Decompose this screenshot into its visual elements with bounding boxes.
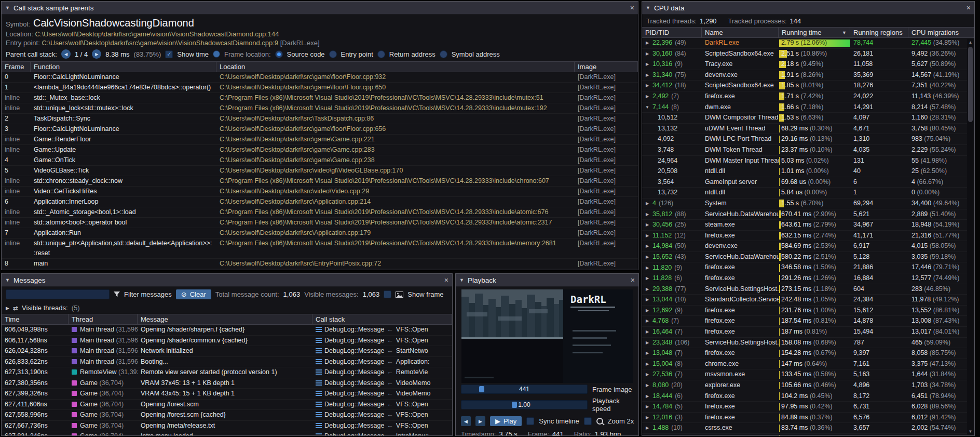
show-frame-checkbox[interactable] [384,290,391,298]
callstack-icon[interactable] [316,327,322,333]
callstack-icon[interactable] [316,412,322,418]
cpu-row[interactable]: ▶31,340(75)devenv.exe1.91 s (8.26%)35,36… [642,70,974,81]
prev-parent-button[interactable]: ◀ [61,49,71,59]
cpu-row[interactable]: ▶4,768(7)firefox.exe187.54 ms (0.81%)14,… [642,316,974,327]
cpu-row[interactable]: ▶22,396(49)DarkRL.exe2.79 s (12.06%)78,7… [642,38,974,49]
expand-arrow-icon[interactable]: ▶ [645,241,650,251]
expand-arrow-icon[interactable]: ▶ [645,327,650,337]
col-message[interactable]: Message [138,314,312,324]
callstack-row[interactable]: 6Application::InnerLoopC:\Users\wolf\Des… [2,197,638,207]
cpu-row[interactable]: 24,964DWM Master Input Thread5.03 ms (0.… [642,156,974,167]
col-cpu-migrations[interactable]: CPU migrations [908,28,974,37]
expand-arrow-icon[interactable]: ▶ [6,306,9,311]
message-callstack-cell[interactable]: DebugLog::Message←IntroMenu:: [312,431,452,435]
callstack-row[interactable]: inlinestd::atomic<bool>::operator boolC:… [2,218,638,228]
cpu-row[interactable]: ▶13,044(10)StandardCollector.Service.exe… [642,295,974,306]
callstack-row[interactable]: inlineinvoke_maind:\agent\_work\63\s\src… [2,269,638,270]
expand-arrow-icon[interactable]: ▶ [645,252,650,262]
message-callstack-cell[interactable]: DebugLog::Message←Application: [312,357,452,367]
show-frame-label[interactable]: Show frame [407,290,443,298]
cpu-row[interactable]: ▶11,152(12)firefox.exe632.15 ms (2.74%)4… [642,231,974,242]
cpu-row[interactable]: ▶30,160(84)ScriptedSandbox64.exe2.51 s (… [642,49,974,60]
cpu-row[interactable]: ▶14,984(50)devenv.exe584.69 ms (2.53%)6,… [642,241,974,252]
radio-return-address[interactable] [377,50,385,58]
cpu-row[interactable]: ▶34,412(18)ScriptedSandbox64.exe1.85 s (… [642,81,974,91]
cpu-row[interactable]: ▶12,692(9)firefox.exe231.76 ms (1.00%)15… [642,306,974,316]
cpu-row[interactable]: 20,508ntdll.dll1.01 ms (0.00%)4025 (62.5… [642,166,974,177]
message-callstack-cell[interactable]: DebugLog::Message←VFS::Open [312,400,452,410]
message-callstack-cell[interactable]: DebugLog::Message←VFS::Open [312,325,452,335]
cpu-row[interactable]: ▼7,144(8)dwm.exe1.66 s (7.18%)14,2918,21… [642,102,974,113]
callstack-row[interactable]: inlinestd::chrono::steady_clock::nowC:\P… [2,176,638,187]
message-row[interactable]: 606,117,568nsMain thread (31,596)Opening… [2,336,452,347]
expand-arrow-icon[interactable]: ▶ [645,434,650,435]
callstack-row[interactable]: 8mainC:\Users\wolf\Desktop\darkrl\src\En… [2,259,638,269]
cpu-row[interactable]: ▶15,652(43)ServiceHub.DataWarehouseHost.… [642,252,974,263]
callstack-row[interactable]: inlinestd::_Atomic_storage<bool,1>::load… [2,207,638,218]
col-image[interactable]: Image [575,62,638,72]
cpu-row[interactable]: ▶23,348(106)ServiceHub.SettingsHost.exe1… [642,338,974,349]
close-icon[interactable]: × [631,276,635,284]
message-row[interactable]: 627,399,326nsGame (36,704)VRAM 43x45: 15… [2,389,452,400]
cpu-row[interactable]: ▶16,464(7)firefox.exe187 ms (0.81%)15,49… [642,327,974,338]
message-callstack-cell[interactable]: DebugLog::Message←VideoMemo [312,389,452,399]
zoom-2x-label[interactable]: Zoom 2x [608,417,634,425]
cpu-row[interactable]: 13,132uDWM Event Thread68.29 ms (0.30%)4… [642,124,974,135]
callstack-row[interactable]: 0Floor::CalcLightNoLuminanceC:\Users\wol… [2,72,638,83]
expand-arrow-icon[interactable]: ▶ [645,49,650,59]
expand-arrow-icon[interactable]: ▶ [645,338,650,348]
message-filter-input[interactable] [6,289,110,299]
expand-arrow-icon[interactable]: ▶ [645,91,650,102]
cpu-row[interactable]: 3,748DWM Token Thread23.37 ms (0.10%)4,0… [642,145,974,156]
cpu-row[interactable]: ▶18,444(6)firefox.exe104.2 ms (0.45%)8,1… [642,391,974,402]
callstack-row[interactable]: 5VideoGLBase::TickC:\Users\wolf\Desktop\… [2,166,638,176]
expand-arrow-icon[interactable]: ▶ [645,413,650,423]
radio-entry-point[interactable] [329,50,337,58]
cpu-row[interactable]: ▶11,828(6)firefox.exe291.26 ms (1.26%)16… [642,273,974,284]
scroll-down-icon[interactable]: ▼ [969,428,973,435]
expand-arrow-icon[interactable]: ▶ [645,359,650,369]
callstack-row[interactable]: 1<lambda_84a19dc444fae966ca174e83e708bdc… [2,83,638,93]
expand-arrow-icon[interactable]: ▶ [645,220,650,230]
message-row[interactable]: 627,558,996nsGame (36,704)Opening /fores… [2,410,452,421]
close-icon[interactable]: × [967,4,971,11]
radio-source-code-label[interactable]: Source code [287,50,325,58]
radio-symbol-address[interactable] [440,50,447,58]
expand-arrow-icon[interactable]: ▶ [645,231,650,241]
callstack-icon[interactable] [316,433,322,435]
message-row[interactable]: 606,049,398nsMain thread (31,596)Opening… [2,325,452,336]
col-running-regions[interactable]: Running regions [850,28,908,37]
cpu-row[interactable]: ▶13,048(7)firefox.exe154.28 ms (0.67%)9,… [642,348,974,359]
callstack-row[interactable]: 7Application::RunC:\Users\wolf\Desktop\d… [2,228,638,239]
callstack-row[interactable]: inlineGame::RenderFloorC:\Users\wolf\Des… [2,135,638,145]
show-time-checkbox[interactable]: ✓ [165,50,173,58]
message-callstack-cell[interactable]: DebugLog::Message←VFS::Open [312,410,452,420]
zoom-2x-checkbox[interactable] [584,417,592,425]
message-row[interactable]: 626,024,328nsMain thread (31,596)Network… [2,346,452,357]
expand-arrow-icon[interactable]: ▶ [645,402,650,412]
message-callstack-cell[interactable]: DebugLog::Message←StartNetwo [312,346,452,356]
clear-button[interactable]: ⊘Clear [176,289,211,299]
play-button[interactable]: ▶Play [490,416,522,426]
playback-speed-slider[interactable]: 1.00 [461,400,588,409]
callstack-row[interactable]: inlinestd::_Mutex_base::lockC:\Program F… [2,93,638,103]
expand-arrow-icon[interactable]: ▶ [645,423,650,433]
expand-arrow-icon[interactable]: ▶ [645,198,650,209]
col-location[interactable]: Location [216,62,575,72]
message-row[interactable]: 627,411,606nsGame (36,704)Opening /fores… [2,400,452,410]
cpu-row[interactable]: ▶10,316(9)Tracy.exe2.18 s (9.45%)11,0585… [642,59,974,70]
message-callstack-cell[interactable]: DebugLog::Message←VFS::Open [312,421,452,431]
message-callstack-cell[interactable]: DebugLog::Message←RemoteVie [312,367,452,378]
col-callstack[interactable]: Call stack [312,314,452,324]
sync-timeline-checkbox[interactable] [526,417,534,425]
cpu-row[interactable]: ▶4,872(9)MsMpEng.exe70.22 ms (0.30%)5732… [642,434,974,435]
callstack-titlebar[interactable]: ▼ Call stack sample parents × [2,2,638,15]
message-callstack-cell[interactable]: DebugLog::Message←VideoMemo [312,378,452,389]
next-parent-button[interactable]: ▶ [92,49,101,59]
callstack-row[interactable]: inlineVideo::GetTicksHiResC:\Users\wolf\… [2,187,638,197]
sync-timeline-label[interactable]: Sync timeline [539,417,579,425]
col-pid-tid[interactable]: PID/TID [642,28,702,37]
frame-image-slider[interactable]: 441 [461,385,588,394]
expand-arrow-icon[interactable]: ▶ [645,284,650,295]
visible-threads-row[interactable]: ▶ ⇄ Visible threads: (5) [2,302,452,314]
